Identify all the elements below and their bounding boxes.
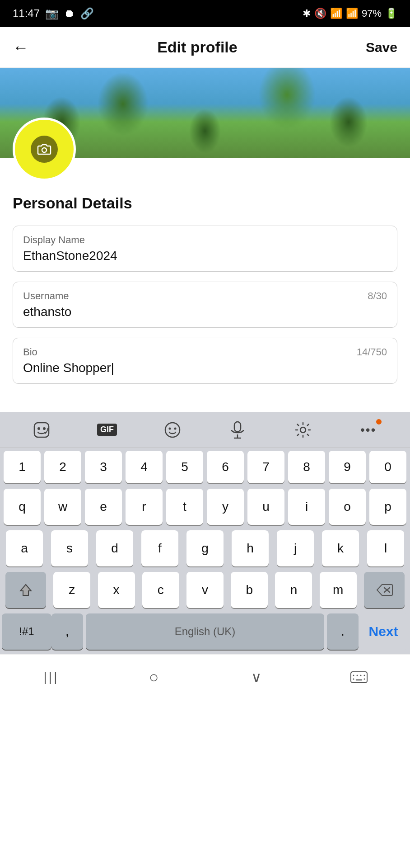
section-title: Personal Details — [13, 194, 397, 212]
profile-form: Personal Details Display Name EthanStone… — [0, 158, 410, 403]
key-w[interactable]: w — [44, 489, 81, 525]
next-button[interactable]: Next — [359, 613, 408, 650]
nav-home-icon: ○ — [149, 668, 159, 687]
username-counter: 8/30 — [368, 290, 387, 302]
key-9[interactable]: 9 — [329, 451, 366, 483]
save-button[interactable]: Save — [366, 40, 397, 55]
zxcv-row: z x c v b n m — [0, 569, 410, 611]
screen-record-icon: ⏺ — [64, 7, 75, 20]
key-6[interactable]: 6 — [207, 451, 244, 483]
key-m[interactable]: m — [320, 572, 357, 608]
asdf-row: a s d f g h j k l — [0, 528, 410, 569]
svg-point-0 — [42, 148, 47, 152]
keyboard-toolbar: GIF ••• — [0, 412, 410, 448]
gif-button[interactable]: GIF — [91, 416, 123, 443]
key-4[interactable]: 4 — [126, 451, 163, 483]
key-r[interactable]: r — [126, 489, 163, 525]
key-l[interactable]: l — [367, 530, 404, 566]
symbols-button[interactable]: !#1 — [2, 613, 51, 650]
key-f[interactable]: f — [141, 530, 178, 566]
key-j[interactable]: j — [277, 530, 314, 566]
period-key[interactable]: . — [327, 613, 359, 650]
username-field[interactable]: 8/30 Username ethansto — [13, 282, 397, 328]
key-c[interactable]: c — [142, 572, 179, 608]
nav-recents-icon: ∨ — [251, 669, 261, 686]
emoji-button[interactable] — [157, 416, 188, 443]
key-x[interactable]: x — [98, 572, 135, 608]
key-e[interactable]: e — [85, 489, 122, 525]
nav-recents-button[interactable]: ∨ — [238, 664, 275, 691]
battery-icon: 🔋 — [385, 8, 397, 19]
nav-back-button[interactable]: ||| — [33, 664, 70, 691]
key-7[interactable]: 7 — [247, 451, 284, 483]
status-left: 11:47 📷 ⏺ 🔗 — [13, 7, 94, 20]
username-label: Username — [23, 290, 387, 302]
key-g[interactable]: g — [186, 530, 224, 566]
display-name-label: Display Name — [23, 234, 387, 246]
svg-point-3 — [43, 427, 46, 430]
key-d[interactable]: d — [96, 530, 133, 566]
key-2[interactable]: 2 — [44, 451, 81, 483]
cover-banner[interactable] — [0, 68, 410, 158]
key-a[interactable]: a — [6, 530, 43, 566]
svg-rect-1 — [34, 423, 49, 437]
key-0[interactable]: 0 — [369, 451, 406, 483]
key-n[interactable]: n — [275, 572, 312, 608]
mute-icon: 🔇 — [314, 8, 326, 19]
camera-icon — [31, 136, 58, 163]
avatar[interactable] — [13, 118, 76, 181]
backspace-button[interactable] — [364, 572, 405, 608]
key-5[interactable]: 5 — [166, 451, 203, 483]
key-3[interactable]: 3 — [85, 451, 122, 483]
shift-button[interactable] — [5, 572, 46, 608]
key-o[interactable]: o — [329, 489, 366, 525]
vpn-icon: 🔗 — [80, 7, 94, 20]
bluetooth-icon: ✱ — [303, 8, 311, 19]
nav-home-button[interactable]: ○ — [136, 664, 172, 691]
key-1[interactable]: 1 — [4, 451, 41, 483]
camera-icon: 📷 — [45, 7, 59, 20]
svg-point-2 — [37, 427, 40, 430]
signal-icon: 📶 — [346, 8, 358, 19]
nav-back-icon: ||| — [44, 670, 59, 684]
key-v[interactable]: v — [186, 572, 224, 608]
qwerty-row1: q w e r t y u i o p — [0, 486, 410, 528]
keyboard: GIF ••• — [0, 412, 410, 654]
key-t[interactable]: t — [166, 489, 203, 525]
bio-field[interactable]: 14/750 Bio Online Shopper — [13, 338, 397, 384]
key-k[interactable]: k — [322, 530, 359, 566]
key-s[interactable]: s — [51, 530, 88, 566]
more-button[interactable]: ••• — [353, 416, 384, 443]
key-8[interactable]: 8 — [288, 451, 325, 483]
keyboard-icon — [350, 670, 368, 684]
key-y[interactable]: y — [207, 489, 244, 525]
svg-rect-7 — [234, 422, 241, 432]
nav-bar: ||| ○ ∨ — [0, 654, 410, 699]
key-b[interactable]: b — [231, 572, 268, 608]
bottom-row: !#1 , English (UK) . Next — [0, 611, 410, 654]
mic-button[interactable] — [222, 416, 253, 443]
svg-point-10 — [300, 427, 306, 433]
comma-key[interactable]: , — [51, 613, 83, 650]
sticker-button[interactable] — [26, 416, 57, 443]
display-name-value: EthanStone2024 — [23, 249, 117, 263]
key-z[interactable]: z — [53, 572, 90, 608]
display-name-field[interactable]: Display Name EthanStone2024 — [13, 226, 397, 272]
battery-percent: 97% — [362, 8, 382, 19]
bio-counter: 14/750 — [357, 346, 387, 358]
spacebar[interactable]: English (UK) — [86, 613, 324, 650]
page-title: Edit profile — [157, 38, 238, 56]
key-h[interactable]: h — [232, 530, 269, 566]
key-q[interactable]: q — [4, 489, 41, 525]
wifi-icon: 📶 — [330, 8, 342, 19]
nav-keyboard-button[interactable] — [341, 664, 377, 691]
number-row: 1 2 3 4 5 6 7 8 9 0 — [0, 448, 410, 486]
settings-button[interactable] — [287, 416, 319, 443]
svg-point-4 — [165, 423, 180, 437]
username-value: ethansto — [23, 305, 71, 319]
key-p[interactable]: p — [369, 489, 406, 525]
back-button[interactable]: ← — [13, 38, 29, 57]
key-u[interactable]: u — [247, 489, 284, 525]
key-i[interactable]: i — [288, 489, 325, 525]
status-bar: 11:47 📷 ⏺ 🔗 ✱ 🔇 📶 📶 97% 🔋 — [0, 0, 410, 27]
